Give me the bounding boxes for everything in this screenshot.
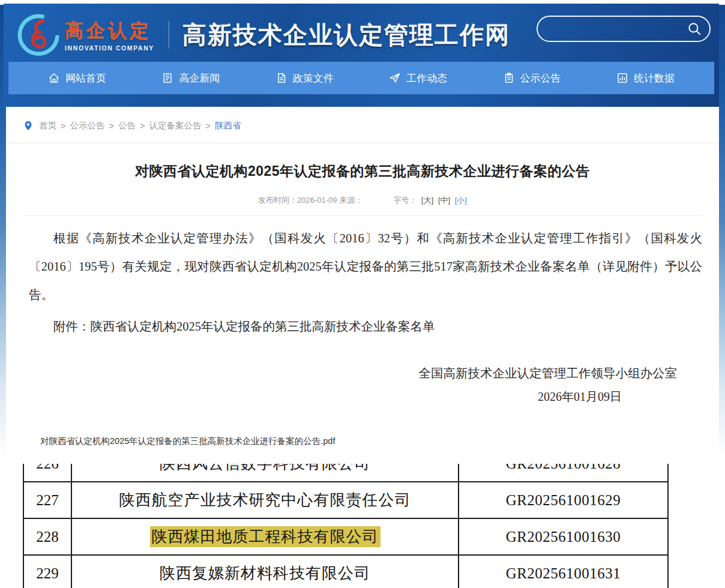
breadcrumb: 首页 > 公示公告 > 公告 > 认定备案公告 > 陕西省 — [23, 120, 241, 131]
main-nav: 网站首页 高企新闻 政策文件 工作动态 — [8, 62, 714, 94]
breadcrumb-separator: > — [205, 121, 210, 131]
site-title: 高新技术企业认定管理工作网 — [182, 19, 510, 52]
company-name-highlighted: 陕西煤田地质工程科技有限公司 — [71, 518, 459, 555]
search-input[interactable] — [538, 17, 687, 41]
nav-label: 工作动态 — [406, 71, 447, 85]
gr-code: GR202561001630 — [459, 518, 668, 555]
row-number: 227 — [23, 482, 71, 518]
gr-code: GR202561001631 — [459, 555, 668, 588]
content-card: 首页 > 公示公告 > 公告 > 认定备案公告 > 陕西省 对陕西省认定机构20… — [6, 107, 719, 467]
row-number: 228 — [23, 518, 71, 555]
table-row: 226 陕西风云信数字科技有限公司 GR202561001628 — [23, 464, 668, 482]
clipboard-icon — [503, 72, 515, 84]
gr-code: GR202561001628 — [459, 464, 668, 482]
fontsize-medium-button[interactable]: [中] — [438, 196, 450, 205]
logo-text-en: INNOVATION COMPANY — [65, 44, 154, 52]
table-row-highlighted: 228 陕西煤田地质工程科技有限公司 GR202561001630 — [23, 518, 668, 555]
breadcrumb-announcements[interactable]: 公示公告 — [70, 120, 104, 131]
breadcrumb-current-shaanxi[interactable]: 陕西省 — [215, 120, 241, 131]
nav-item-dynamics[interactable]: 工作动态 — [389, 71, 447, 85]
row-number: 229 — [23, 555, 71, 588]
table-row: 229 陕西复嫘新材料科技有限公司 GR202561001631 — [23, 555, 668, 588]
source-label: 来源： — [339, 196, 362, 205]
divider — [6, 143, 719, 143]
nav-item-statistics[interactable]: 统计数据 — [616, 71, 675, 85]
breadcrumb-separator: > — [140, 121, 145, 131]
nav-label: 政策文件 — [293, 71, 334, 85]
row-number: 226 — [23, 464, 71, 482]
search-icon[interactable] — [687, 21, 702, 37]
nav-label: 网站首页 — [65, 71, 106, 85]
policy-doc-icon — [275, 72, 287, 84]
logo-swirl-icon — [16, 12, 61, 58]
attachment-line: 附件：陕西省认定机构2025年认定报备的第三批高新技术企业备案名单 — [29, 318, 702, 335]
stats-chart-icon — [616, 72, 628, 84]
publish-date: 2026-01-09 — [297, 196, 337, 205]
company-name: 陕西复嫘新材料科技有限公司 — [71, 555, 459, 588]
gr-code: GR202561001629 — [459, 482, 668, 518]
fontsize-small-button[interactable]: [小] — [455, 196, 467, 205]
nav-item-home[interactable]: 网站首页 — [48, 71, 106, 85]
nav-label: 公示公告 — [520, 71, 561, 85]
location-pin-icon — [23, 120, 34, 131]
logo-divider — [169, 21, 169, 49]
publish-time-label: 发布时间： — [258, 196, 297, 205]
logo: 高企认定 INNOVATION COMPANY 高新技术企业认定管理工作网 — [16, 8, 510, 61]
breadcrumb-separator: > — [61, 121, 65, 131]
nav-item-announcements[interactable]: 公示公告 — [503, 71, 561, 85]
breadcrumb-separator: > — [109, 121, 113, 131]
signature-office: 全国高新技术企业认定管理工作领导小组办公室 — [6, 365, 719, 382]
search-box[interactable] — [537, 16, 711, 42]
pdf-attachment-link[interactable]: 对陕西省认定机构2025年认定报备的第三批高新技术企业进行备案的公告.pdf — [40, 436, 335, 447]
fontsize-label: 字号： — [393, 196, 417, 205]
table-row: 227 陕西航空产业技术研究中心有限责任公司 GR202561001629 — [23, 482, 668, 518]
enterprise-roster-table: 226 陕西风云信数字科技有限公司 GR202561001628 227 陕西航… — [23, 464, 669, 588]
home-icon — [48, 72, 60, 84]
site-header: 高企认定 INNOVATION COMPANY 高新技术企业认定管理工作网 网站… — [4, 4, 719, 107]
divider — [23, 215, 702, 216]
article-meta: 发布时间：2026-01-09 来源： 字号： [大] [中] [小] — [6, 195, 719, 206]
breadcrumb-notice[interactable]: 公告 — [118, 120, 136, 131]
nav-label: 统计数据 — [634, 71, 675, 85]
send-icon — [389, 72, 401, 84]
article-title: 对陕西省认定机构2025年认定报备的第三批高新技术企业进行备案的公告 — [6, 162, 719, 181]
breadcrumb-filing-notice[interactable]: 认定备案公告 — [149, 120, 201, 131]
nav-item-news[interactable]: 高企新闻 — [161, 71, 220, 85]
nav-label: 高企新闻 — [179, 71, 220, 85]
logo-text-cn: 高企认定 — [65, 18, 154, 43]
signature-date: 2026年01月09日 — [6, 389, 719, 405]
breadcrumb-home[interactable]: 首页 — [39, 120, 56, 131]
highlight-span: 陕西煤田地质工程科技有限公司 — [152, 528, 379, 545]
right-edge-gradient — [719, 5, 725, 458]
fontsize-large-button[interactable]: [大] — [421, 196, 433, 205]
company-name: 陕西航空产业技术研究中心有限责任公司 — [71, 482, 459, 518]
company-name: 陕西风云信数字科技有限公司 — [71, 464, 459, 482]
attachment-table-viewport: 226 陕西风云信数字科技有限公司 GR202561001628 227 陕西航… — [23, 464, 670, 588]
news-icon — [161, 72, 173, 84]
article-paragraph: 根据《高新技术企业认定管理办法》（国科发火〔2016〕32号）和《高新技术企业认… — [29, 224, 702, 309]
nav-item-policy[interactable]: 政策文件 — [275, 71, 334, 85]
